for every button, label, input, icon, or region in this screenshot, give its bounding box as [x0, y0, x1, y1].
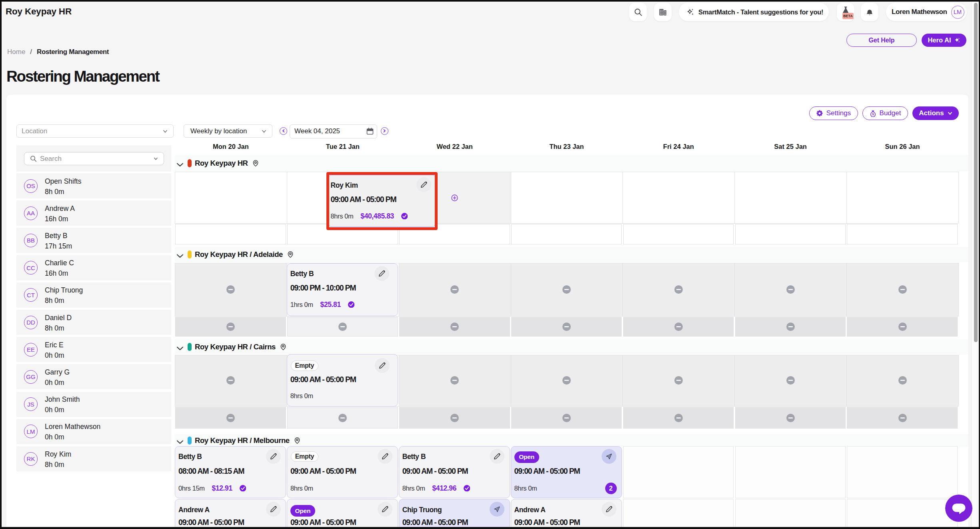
- svg-text:$: $: [872, 112, 874, 116]
